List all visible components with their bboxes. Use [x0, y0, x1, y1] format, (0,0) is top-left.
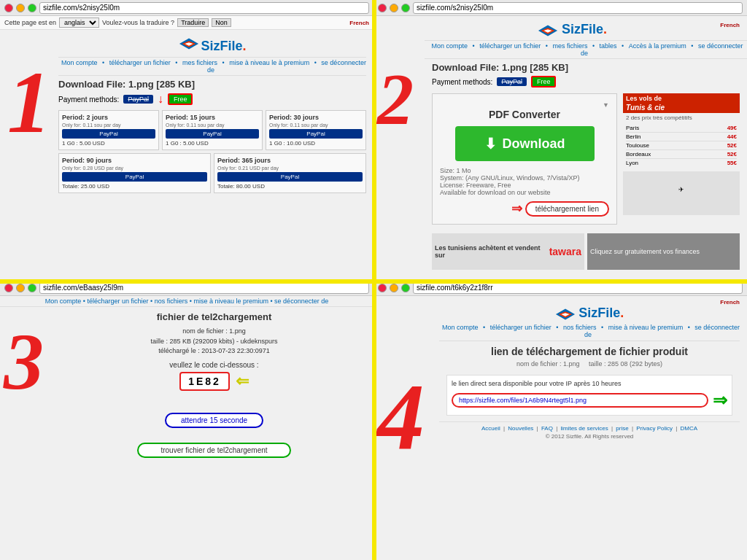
logo-text-4: SizFile.	[578, 306, 624, 320]
close-btn-4[interactable]	[378, 284, 387, 292]
sidebar-row-toulouse: Toulouse52€	[626, 141, 737, 150]
page-title-1: Download File: 1.png [285 KB]	[58, 79, 366, 90]
footer-limites[interactable]: limites de services	[560, 425, 608, 432]
only-for-1: Only for: 0.11 sou par day	[62, 122, 155, 128]
price-lyon: 55€	[727, 160, 737, 166]
q4-url-box[interactable]: https://sizfile.com/files/1A6b9N4rtegt5l…	[452, 393, 708, 408]
maximize-btn-3[interactable]	[28, 284, 36, 292]
no-translate-button[interactable]: Non	[212, 18, 231, 27]
q4-nav: Mon compte • télécharger un fichier • no…	[439, 324, 740, 341]
footer-faq[interactable]: FAQ	[541, 425, 553, 432]
nav-premium-2[interactable]: Accès à la premium	[629, 42, 686, 50]
nav-account-2[interactable]: Mon compte	[432, 42, 468, 50]
nav-files-3[interactable]: nos fichiers	[155, 298, 188, 305]
vertical-separator	[372, 0, 376, 560]
captcha-box[interactable]: 1E82	[179, 372, 230, 391]
lang-badge-1: French	[349, 20, 369, 26]
paypal-badge-1[interactable]: PayPal	[123, 95, 153, 104]
price-berlin: 44€	[727, 133, 737, 140]
pdf-converter-title: PDF Converter	[440, 109, 609, 120]
nav-account-1[interactable]: Mon compte	[61, 59, 98, 66]
nav-files-1[interactable]: mes fichiers	[182, 59, 217, 66]
nav-files-4[interactable]: nos fichiers	[563, 324, 597, 331]
nav-upload-3[interactable]: télécharger un fichier	[88, 298, 149, 305]
close-btn-3[interactable]	[4, 284, 13, 292]
nav-tables-2[interactable]: tables	[600, 42, 617, 50]
bottom-ads: Les tunisiens achètent et vendent sur ta…	[432, 233, 740, 270]
telecharger-lien-btn[interactable]: téléchargement lien	[525, 201, 609, 217]
download-button-big[interactable]: ⬇ Download	[455, 126, 595, 161]
translate-button[interactable]: Traduire	[177, 18, 209, 27]
logo-area-2: SizFile. French	[425, 19, 747, 40]
logo-icon-1	[179, 37, 199, 50]
close-btn[interactable]	[4, 4, 13, 12]
nav-files-2[interactable]: mes fichiers	[552, 42, 587, 50]
url-bar-1[interactable]	[39, 2, 369, 14]
paypal-logo-4[interactable]: PayPal	[62, 172, 207, 182]
nav-upload-2[interactable]: télécharger un fichier	[479, 42, 541, 50]
maximize-btn[interactable]	[28, 4, 36, 12]
period-label-5: Period: 365 jours	[217, 157, 363, 164]
minimize-btn-3[interactable]	[16, 284, 25, 292]
q4-name-label: nom de fichier :	[516, 360, 563, 368]
arrow-down-1: ↓	[158, 93, 163, 106]
total-5: Totale: 80.00 USD	[217, 183, 363, 190]
nav-premium-1[interactable]: mise à niveau le à premium	[229, 59, 309, 66]
date-label-3: téléchargé le :	[158, 347, 201, 354]
period-label-1: Period: 2 jours	[62, 114, 155, 121]
sidebar-rows: Paris49€ Berlin44€ Toulouse52€ Bordeaux5…	[623, 122, 740, 168]
close-btn-2[interactable]	[378, 4, 387, 12]
footer-accueil[interactable]: Accueil	[481, 425, 500, 432]
bottom-ad-left: Les tunisiens achètent et vendent sur ta…	[432, 233, 584, 270]
city-bordeaux: Bordeaux	[626, 151, 651, 158]
telecharger-btn[interactable]: trouver fichier de tel2chargement	[137, 443, 290, 458]
translate-question: Voulez-vous la traduire ?	[102, 19, 174, 26]
q4-copyright: © 2012 Sizfile. All Rights reserved	[439, 433, 740, 440]
attendre-btn[interactable]: attendre 15 seconde	[165, 413, 263, 428]
footer-nouvelles[interactable]: Nouvelles	[508, 425, 533, 432]
paypal-logo-3[interactable]: PayPal	[269, 129, 363, 139]
minimize-btn-4[interactable]	[390, 284, 398, 292]
footer-prise[interactable]: prise	[616, 425, 628, 432]
paypal-badge-2[interactable]: PayPal	[497, 77, 527, 86]
maximize-btn-4[interactable]	[401, 284, 410, 292]
free-badge-1[interactable]: Free	[168, 93, 193, 105]
maximize-btn-2[interactable]	[401, 4, 410, 12]
language-select[interactable]: anglais	[59, 18, 99, 28]
minimize-btn[interactable]	[16, 4, 25, 12]
step-number-2: 2	[377, 63, 414, 136]
paypal-logo-2[interactable]: PayPal	[166, 129, 259, 139]
price-bordeaux: 52€	[727, 151, 737, 158]
file-size-info: Size: 1 Mo	[440, 167, 609, 174]
nav-upload-1[interactable]: télécharger un fichier	[109, 59, 171, 66]
translate-text: Cette page est en	[4, 19, 56, 26]
nav-account-4[interactable]: Mon compte	[442, 324, 479, 331]
url-bar-2[interactable]	[413, 2, 743, 14]
city-berlin: Berlin	[626, 133, 640, 140]
filename-value-3: 1.png	[229, 327, 246, 335]
paypal-logo-5[interactable]: PayPal	[217, 172, 363, 182]
translate-bar-1: Cette page est en anglais Voulez-vous la…	[0, 16, 374, 30]
nav-premium-3[interactable]: mise à niveau le premium	[193, 298, 268, 305]
step-number-4: 4	[377, 369, 425, 464]
only-for-4: Only for: 0.28 USD par day	[62, 166, 207, 171]
footer-dmca[interactable]: DMCA	[681, 425, 698, 432]
sidebar-subtext-2: 2 des prix très compétitifs	[623, 113, 740, 122]
footer-privacy[interactable]: Privacy Policy	[636, 425, 673, 432]
pricing-box-4: Period: 90 jours Only for: 0.28 USD par …	[58, 153, 211, 193]
q4-logo-area: SizFile.	[439, 306, 740, 321]
minimize-btn-2[interactable]	[390, 4, 398, 12]
browser-bar-1	[0, 0, 374, 16]
period-label-4: Period: 90 jours	[62, 157, 207, 164]
paypal-logo-1[interactable]: PayPal	[62, 129, 155, 139]
airplane-ad: ✈	[623, 171, 740, 215]
nav-logout-3[interactable]: se déconnecter de	[274, 298, 328, 305]
sidebar-row-bordeaux: Bordeaux52€	[626, 150, 737, 159]
nav-premium-4[interactable]: mise à niveau le premium	[608, 324, 684, 331]
size-label-3: taille :	[150, 338, 169, 345]
free-badge-2[interactable]: Free	[531, 76, 557, 88]
step-number-1: 1	[7, 59, 51, 147]
nav-account-3[interactable]: Mon compte	[45, 298, 82, 305]
quadrant-1: Cette page est en anglais Voulez-vous la…	[0, 0, 374, 280]
nav-upload-4[interactable]: télécharger un fichier	[490, 324, 551, 331]
